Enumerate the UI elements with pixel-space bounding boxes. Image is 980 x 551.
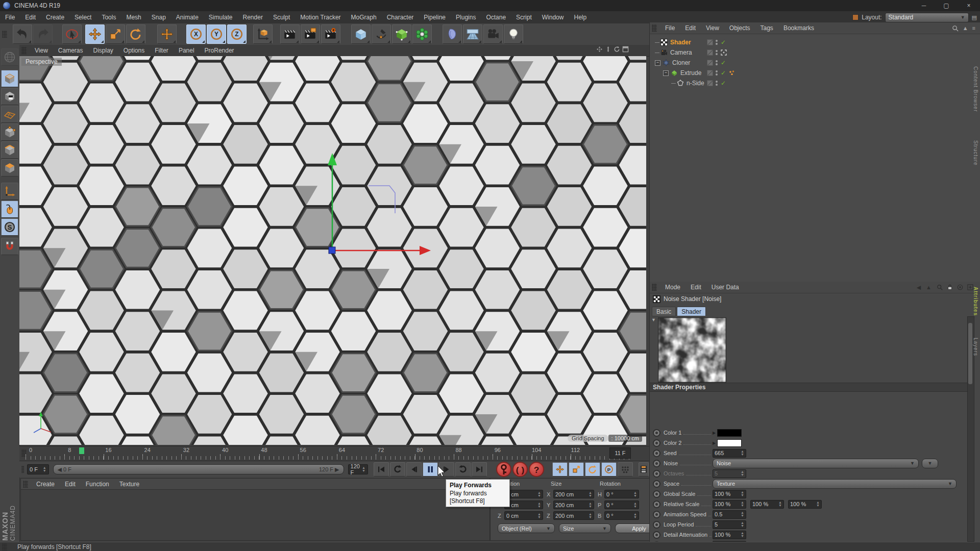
menu-file[interactable]: File — [0, 12, 20, 22]
enabled-check-icon[interactable]: ✓ — [721, 80, 726, 87]
polygons-mode-button[interactable] — [1, 159, 18, 177]
last-used-tool[interactable] — [157, 24, 177, 44]
render-settings-button[interactable] — [321, 24, 340, 44]
object-label[interactable]: Shader — [670, 39, 691, 46]
animation-dot-icon[interactable] — [653, 439, 660, 447]
side-tab-layers[interactable]: Layers — [973, 338, 978, 356]
om-path-icon[interactable]: ▲ — [963, 25, 968, 31]
animation-dot-icon[interactable] — [653, 460, 660, 467]
om-menu-bookmarks[interactable]: Bookmarks — [778, 23, 819, 33]
viewport-solo-button[interactable] — [1, 201, 18, 218]
viewport-menu-filter[interactable]: Filter — [150, 45, 174, 56]
expander-icon[interactable]: − — [663, 70, 669, 76]
viewport-menu-cameras[interactable]: Cameras — [53, 45, 88, 56]
noise-dropdown[interactable]: Noise▼ — [713, 459, 919, 468]
side-tab-content-browser[interactable]: Content Browser — [973, 66, 978, 112]
om-grip[interactable] — [652, 24, 657, 32]
position-field[interactable]: 0 cm▲▼ — [504, 490, 543, 498]
am-grip[interactable] — [652, 284, 657, 291]
color-swatch[interactable] — [717, 429, 742, 437]
menu-create[interactable]: Create — [41, 12, 69, 22]
animation-dot-icon[interactable] — [653, 470, 660, 478]
am-target-icon[interactable] — [957, 284, 963, 290]
redo-button[interactable] — [33, 24, 53, 44]
matman-menu-create[interactable]: Create — [31, 479, 60, 489]
rotate-icon[interactable] — [614, 46, 620, 53]
noise-preview-thumbnail[interactable] — [658, 317, 726, 383]
am-back-icon[interactable]: ◀ — [917, 284, 921, 291]
matman-grip[interactable] — [23, 481, 28, 488]
om-menu-objects[interactable]: Objects — [724, 23, 755, 33]
viewport-menu-options[interactable]: Options — [118, 45, 150, 56]
scale-tool[interactable] — [106, 24, 125, 44]
value-field[interactable]: 665▲▼ — [713, 449, 746, 458]
size-field[interactable]: 200 cm▲▼ — [553, 490, 594, 498]
viewport-menu-display[interactable]: Display — [88, 45, 118, 56]
menu-help[interactable]: Help — [569, 12, 592, 22]
matman-menu-texture[interactable]: Texture — [114, 479, 144, 489]
mograph-button[interactable] — [412, 24, 432, 44]
layer-toggle-icon[interactable] — [707, 70, 713, 76]
timeline-ruler[interactable]: 081624324048566472808896104112 11 F — [19, 446, 649, 461]
goto-end-button[interactable] — [472, 462, 487, 477]
object-label[interactable]: n-Side — [687, 80, 704, 87]
layer-toggle-icon[interactable] — [707, 60, 713, 66]
om-search-icon[interactable] — [952, 25, 959, 32]
enable-axis-button[interactable] — [1, 183, 18, 200]
shader-extra-button[interactable]: ▼ — [922, 459, 938, 468]
rotation-field[interactable]: 0 °▲▼ — [604, 511, 639, 520]
visibility-dots[interactable] — [716, 60, 718, 65]
menu-character[interactable]: Character — [382, 12, 419, 22]
value-field[interactable]: 5▲▼ — [713, 520, 746, 529]
pen-spline-button[interactable] — [372, 24, 391, 44]
tab-basic[interactable]: Basic — [652, 307, 676, 316]
object-label[interactable]: Camera — [670, 49, 692, 56]
coord-mode-dropdown[interactable]: Object (Rel)▼ — [498, 523, 555, 533]
menu-motion-tracker[interactable]: Motion Tracker — [295, 12, 346, 22]
animation-dot-icon[interactable] — [653, 511, 660, 518]
render-view-button[interactable] — [280, 24, 300, 44]
color-swatch[interactable] — [717, 439, 742, 447]
x-axis-arrow[interactable] — [420, 246, 431, 255]
object-row-shader[interactable]: Shader✓ — [650, 37, 980, 47]
viewport-view-label[interactable]: Perspective — [21, 58, 62, 66]
y-axis-arrow[interactable] — [328, 153, 337, 165]
animation-dot-icon[interactable] — [653, 531, 660, 539]
previous-frame-button[interactable] — [406, 462, 422, 477]
value-field[interactable]: 100 %▲▼ — [713, 490, 746, 498]
rotate-tool[interactable] — [126, 24, 145, 44]
zoom-icon[interactable] — [605, 46, 611, 53]
texture-mode-button[interactable] — [1, 88, 18, 105]
viewport-menu-view[interactable]: View — [30, 45, 53, 56]
menu-snap[interactable]: Snap — [146, 12, 171, 22]
light-button[interactable] — [504, 24, 523, 44]
om-menu-file[interactable]: File — [660, 23, 680, 33]
interface-menu-icon[interactable]: ▤ — [972, 14, 977, 21]
value-field[interactable]: 100 %▲▼ — [788, 500, 822, 509]
pan-icon[interactable] — [596, 46, 603, 53]
animation-dot-icon[interactable] — [653, 490, 660, 498]
deformers-button[interactable] — [443, 24, 462, 44]
menu-mesh[interactable]: Mesh — [121, 12, 146, 22]
visibility-dots[interactable] — [716, 70, 718, 76]
move-tool[interactable] — [85, 24, 105, 44]
preview-expander-icon[interactable]: ▼ — [651, 317, 656, 322]
current-frame-field[interactable]: 0 F▲▼ — [27, 464, 48, 474]
object-row-cloner[interactable]: −Cloner✓ — [650, 58, 980, 68]
menu-tools[interactable]: Tools — [96, 12, 121, 22]
timeline-range-scrollbar[interactable]: ◀ 0 F 120 F ▶ — [53, 464, 344, 474]
timeline-window-button[interactable] — [639, 462, 649, 477]
side-tab-structure[interactable]: Structure — [973, 140, 978, 166]
quantize-button[interactable] — [1, 238, 18, 255]
expander-icon[interactable]: − — [655, 60, 660, 66]
menu-edit[interactable]: Edit — [20, 12, 41, 22]
camera-button[interactable] — [483, 24, 503, 44]
workplane-mode-button[interactable] — [1, 106, 18, 123]
object-label[interactable]: Extrude — [680, 69, 701, 77]
size-field[interactable]: 200 cm▲▼ — [553, 500, 594, 509]
menu-sculpt[interactable]: Sculpt — [268, 12, 295, 22]
menu-mograph[interactable]: MoGraph — [346, 12, 382, 22]
points-mode-button[interactable] — [1, 123, 18, 141]
current-frame-box[interactable]: 11 F — [609, 447, 631, 459]
position-field[interactable]: 0 cm▲▼ — [504, 511, 543, 520]
